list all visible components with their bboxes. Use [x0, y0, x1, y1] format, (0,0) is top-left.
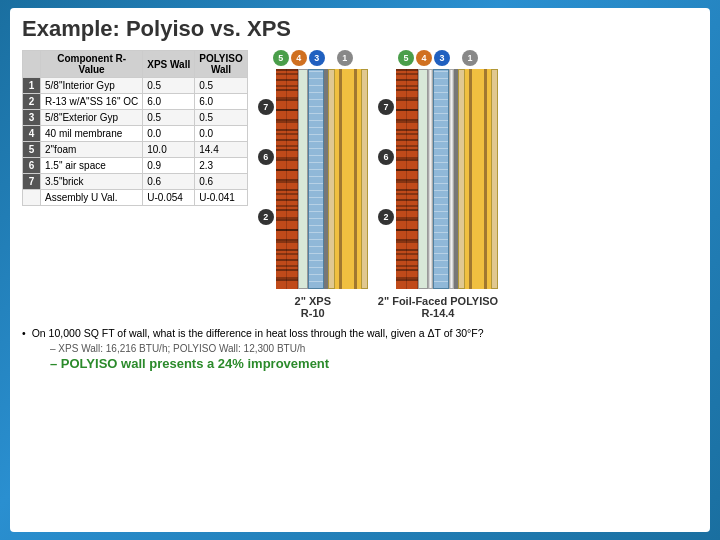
row-xps: 0.5 — [143, 78, 195, 94]
col-polyiso: POLYISOWall — [195, 51, 248, 78]
poly-num-4: 4 — [416, 50, 432, 66]
sub-item-1: – XPS Wall: 16,216 BTU/h; POLYISO Wall: … — [50, 343, 698, 354]
row-component: 40 mil membrane — [41, 126, 143, 142]
row-xps: 0.5 — [143, 110, 195, 126]
comparison-table: Component R-Value XPS Wall POLYISOWall 1… — [22, 50, 248, 206]
row-polyiso: 0.5 — [195, 78, 248, 94]
bullet-icon: • — [22, 327, 26, 339]
col-component: Component R-Value — [41, 51, 143, 78]
row-component: 5/8"Interior Gyp — [41, 78, 143, 94]
table-row: 2R-13 w/A"SS 16" OC6.06.0 — [23, 94, 248, 110]
row-component: 5/8"Exterior Gyp — [41, 110, 143, 126]
poly-num-3: 3 — [434, 50, 450, 66]
row-num: 2 — [23, 94, 41, 110]
num-4: 4 — [291, 50, 307, 66]
row-num: 3 — [23, 110, 41, 126]
num-2-side: 2 — [258, 209, 274, 225]
num-6-side: 6 — [258, 149, 274, 165]
num-3: 3 — [309, 50, 325, 66]
row-xps: 0.6 — [143, 174, 195, 190]
highlight-improvement: – POLYISO wall presents a 24% improvemen… — [50, 356, 698, 371]
row-xps: U-0.054 — [143, 190, 195, 206]
row-num — [23, 190, 41, 206]
polyiso-wall-layers — [396, 69, 498, 289]
table-row: 15/8"Interior Gyp0.50.5 — [23, 78, 248, 94]
row-polyiso: 0.0 — [195, 126, 248, 142]
polyiso-diagram: 5 4 3 1 7 6 2 — [378, 50, 498, 319]
wall-diagrams: 5 4 3 1 7 6 2 — [258, 50, 698, 319]
table-row: 73.5"brick0.60.6 — [23, 174, 248, 190]
row-xps: 0.9 — [143, 158, 195, 174]
poly-num-1: 1 — [462, 50, 478, 66]
poly-num-2-side: 2 — [378, 209, 394, 225]
row-component: Assembly U Val. — [41, 190, 143, 206]
row-polyiso: U-0.041 — [195, 190, 248, 206]
row-xps: 10.0 — [143, 142, 195, 158]
row-component: 1.5" air space — [41, 158, 143, 174]
row-polyiso: 6.0 — [195, 94, 248, 110]
xps-top-numbers: 5 4 3 1 — [273, 50, 353, 66]
poly-num-5: 5 — [398, 50, 414, 66]
table-row: 440 mil membrane0.00.0 — [23, 126, 248, 142]
table-row: Assembly U Val.U-0.054U-0.041 — [23, 190, 248, 206]
row-component: 2"foam — [41, 142, 143, 158]
row-polyiso: 14.4 — [195, 142, 248, 158]
row-num: 4 — [23, 126, 41, 142]
poly-num-6-side: 6 — [378, 149, 394, 165]
row-num: 7 — [23, 174, 41, 190]
xps-label: 2" XPS R-10 — [295, 295, 331, 319]
row-polyiso: 0.5 — [195, 110, 248, 126]
xps-wall-layers — [276, 69, 368, 289]
row-polyiso: 0.6 — [195, 174, 248, 190]
table-row: 35/8"Exterior Gyp0.50.5 — [23, 110, 248, 126]
col-xps: XPS Wall — [143, 51, 195, 78]
num-1: 1 — [337, 50, 353, 66]
row-component: 3.5"brick — [41, 174, 143, 190]
row-xps: 0.0 — [143, 126, 195, 142]
xps-diagram: 5 4 3 1 7 6 2 — [258, 50, 368, 319]
row-component: R-13 w/A"SS 16" OC — [41, 94, 143, 110]
bullet-text: On 10,000 SQ FT of wall, what is the dif… — [32, 327, 484, 339]
row-num: 6 — [23, 158, 41, 174]
page-title: Example: Polyiso vs. XPS — [22, 16, 698, 42]
bottom-section: • On 10,000 SQ FT of wall, what is the d… — [22, 327, 698, 371]
poly-num-7-side: 7 — [378, 99, 394, 115]
num-7-side: 7 — [258, 99, 274, 115]
table-row: 52"foam10.014.4 — [23, 142, 248, 158]
row-polyiso: 2.3 — [195, 158, 248, 174]
polyiso-top-numbers: 5 4 3 1 — [398, 50, 478, 66]
num-5: 5 — [273, 50, 289, 66]
row-xps: 6.0 — [143, 94, 195, 110]
row-num: 5 — [23, 142, 41, 158]
col-num — [23, 51, 41, 78]
table-row: 61.5" air space0.92.3 — [23, 158, 248, 174]
row-num: 1 — [23, 78, 41, 94]
polyiso-label: 2" Foil-Faced POLYISO R-14.4 — [378, 295, 498, 319]
